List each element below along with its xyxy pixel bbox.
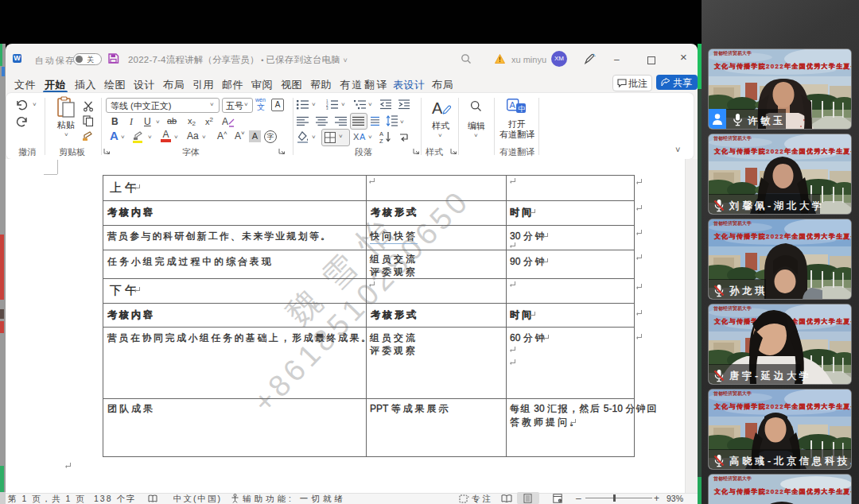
svg-text:i: i	[559, 498, 560, 502]
